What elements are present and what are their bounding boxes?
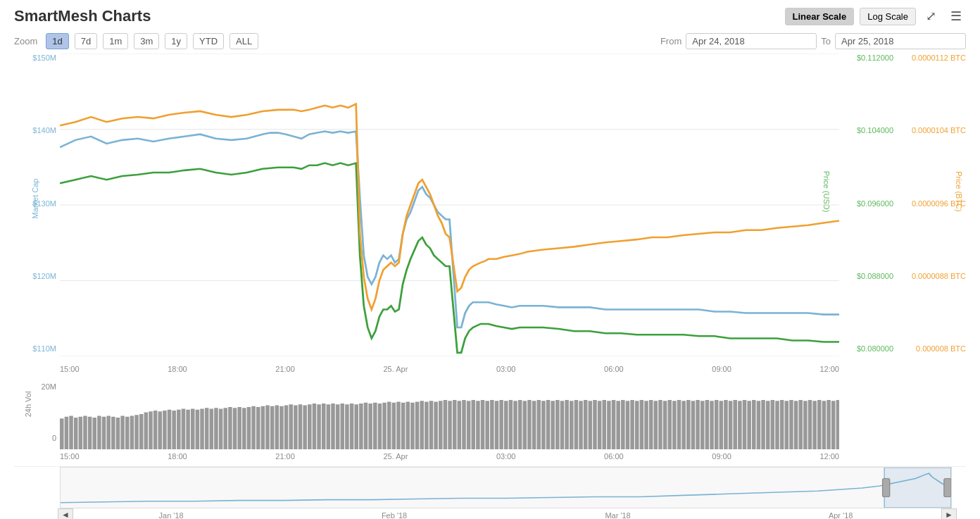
zoom-1y[interactable]: 1y [165, 33, 187, 49]
scroll-left-button[interactable]: ◄ [58, 508, 73, 519]
svg-rect-93 [471, 400, 475, 449]
svg-rect-143 [705, 400, 710, 449]
svg-rect-27 [163, 411, 167, 449]
y-btc-4: 0.0000088 BTC [896, 272, 966, 280]
scroll-right-button[interactable]: ► [941, 508, 957, 519]
svg-rect-90 [458, 401, 462, 449]
from-date-input[interactable] [686, 33, 817, 49]
svg-rect-123 [612, 400, 616, 449]
svg-rect-16 [111, 417, 115, 449]
header-controls: Linear Scale Log Scale ⤢ ☰ [785, 7, 966, 25]
svg-rect-69 [359, 404, 363, 449]
svg-rect-59 [313, 404, 317, 449]
svg-rect-175 [944, 479, 951, 497]
vol-0: 0 [14, 434, 60, 442]
svg-rect-129 [640, 400, 644, 449]
svg-rect-81 [415, 402, 420, 450]
to-date-input[interactable] [835, 33, 966, 49]
svg-rect-166 [812, 401, 817, 449]
zoom-7d[interactable]: 7d [75, 33, 97, 49]
svg-rect-135 [667, 400, 672, 449]
svg-rect-139 [686, 400, 691, 449]
svg-rect-156 [766, 401, 770, 449]
svg-rect-54 [289, 404, 293, 449]
svg-rect-14 [102, 417, 106, 449]
svg-rect-57 [303, 406, 307, 450]
x-label-2: 21:00 [275, 365, 295, 373]
svg-rect-44 [242, 408, 246, 449]
svg-rect-99 [499, 400, 503, 449]
svg-rect-126 [626, 401, 630, 449]
svg-rect-130 [644, 401, 648, 449]
vol-y-axis: 24h Vol 20M 0 [14, 379, 60, 449]
svg-rect-79 [406, 402, 410, 450]
svg-rect-80 [410, 403, 415, 449]
svg-rect-72 [373, 403, 377, 449]
svg-rect-137 [677, 400, 681, 449]
svg-rect-171 [836, 400, 839, 449]
svg-rect-120 [598, 401, 602, 449]
svg-rect-138 [681, 401, 686, 449]
svg-rect-98 [495, 401, 499, 449]
svg-rect-13 [97, 416, 101, 450]
svg-rect-85 [434, 402, 438, 450]
svg-rect-134 [663, 401, 667, 449]
svg-rect-117 [584, 400, 588, 449]
svg-rect-47 [256, 407, 260, 449]
zoom-all[interactable]: ALL [230, 33, 258, 49]
menu-button[interactable]: ☰ [946, 7, 966, 25]
svg-rect-73 [378, 404, 382, 449]
svg-rect-68 [354, 404, 358, 449]
zoom-3m[interactable]: 3m [134, 33, 159, 49]
x-label-3: 25. Apr [383, 365, 408, 373]
svg-rect-33 [191, 409, 195, 450]
svg-rect-170 [831, 401, 836, 449]
log-scale-button[interactable]: Log Scale [860, 8, 916, 25]
zoom-bar: Zoom 1d 7d 1m 3m 1y YTD ALL From To [0, 29, 980, 54]
svg-rect-71 [368, 404, 372, 449]
svg-rect-89 [453, 400, 457, 449]
svg-rect-132 [654, 401, 658, 449]
svg-rect-53 [284, 406, 289, 450]
svg-rect-105 [527, 400, 532, 449]
svg-rect-63 [331, 404, 335, 449]
svg-rect-50 [270, 406, 275, 449]
vol-x-0: 15:00 [60, 452, 80, 461]
linear-scale-button[interactable]: Linear Scale [785, 8, 855, 25]
svg-rect-104 [523, 401, 527, 449]
svg-rect-173 [884, 468, 951, 508]
svg-rect-8 [74, 418, 78, 449]
volume-svg: // Generate volume bars [60, 379, 839, 449]
svg-rect-163 [798, 400, 803, 449]
svg-rect-109 [546, 400, 551, 449]
svg-rect-36 [205, 408, 209, 449]
svg-rect-151 [743, 400, 747, 449]
svg-rect-10 [83, 416, 87, 450]
svg-rect-157 [771, 400, 775, 449]
zoom-1m[interactable]: 1m [103, 33, 128, 49]
svg-rect-22 [139, 414, 144, 449]
svg-rect-140 [691, 401, 696, 449]
svg-rect-32 [186, 410, 190, 449]
svg-rect-17 [116, 418, 120, 449]
zoom-1d[interactable]: 1d [46, 33, 68, 49]
svg-rect-70 [364, 403, 368, 449]
svg-rect-86 [439, 401, 443, 449]
svg-rect-147 [724, 400, 728, 449]
svg-rect-46 [251, 406, 256, 449]
y-left-150m: $150M [14, 54, 60, 62]
svg-rect-142 [701, 401, 705, 449]
svg-rect-128 [635, 401, 639, 449]
svg-rect-20 [130, 416, 134, 450]
svg-rect-96 [485, 401, 489, 449]
expand-button[interactable]: ⤢ [922, 7, 941, 25]
svg-rect-21 [134, 415, 139, 449]
zoom-ytd[interactable]: YTD [193, 33, 224, 49]
vol-x-6: 09:00 [712, 452, 731, 461]
svg-rect-97 [490, 400, 494, 449]
svg-rect-82 [420, 401, 424, 449]
svg-rect-26 [158, 411, 162, 449]
to-label: To [821, 36, 831, 46]
x-label-5: 06:00 [604, 365, 624, 373]
svg-rect-78 [401, 403, 406, 449]
